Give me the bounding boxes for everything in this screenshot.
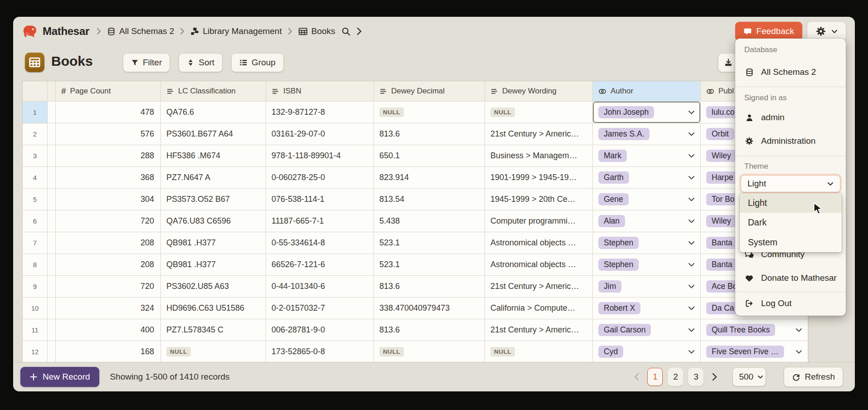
theme-option-dark[interactable]: Dark [740, 213, 842, 232]
cell-lc[interactable]: PS3573.O52 B67 [161, 189, 266, 210]
cell-isbn[interactable]: 11187-665-7-1 [266, 210, 374, 232]
row-number[interactable]: 5 [23, 189, 48, 210]
cell-author[interactable]: Jim [593, 276, 701, 298]
cell-dewey_decimal[interactable]: 813.6 [374, 123, 485, 145]
column-header-isbn[interactable]: ISBN [266, 81, 374, 102]
filter-button[interactable]: Filter [123, 53, 170, 72]
cell-isbn[interactable]: 03161-29-07-0 [266, 123, 374, 145]
cell-page_count[interactable]: 720 [56, 210, 161, 232]
cell-publisher[interactable]: Quill Tree Books [701, 319, 808, 341]
cell-isbn[interactable]: 66526-7-121-6 [266, 254, 374, 276]
breadcrumb-table[interactable]: Books [298, 26, 335, 36]
cell-dewey_decimal[interactable]: NULL [374, 341, 485, 363]
brand[interactable]: Mathesar [22, 24, 89, 39]
cell-page_count[interactable]: 368 [56, 167, 161, 189]
cell-page_count[interactable]: 720 [56, 276, 161, 298]
linked-record-pill[interactable]: Banta [706, 259, 738, 271]
cell-lc[interactable]: PZ7.N647 A [161, 167, 266, 189]
cell-dewey_decimal[interactable]: 813.6 [374, 276, 485, 298]
cell-lc[interactable]: QA76.U83 C6596 [161, 210, 266, 232]
cell-dewey_wording[interactable]: 21st Century > Americ… [485, 276, 593, 298]
cell-lc[interactable]: NULL [161, 341, 266, 363]
cell-author[interactable]: Stephen [593, 232, 701, 254]
cell-isbn[interactable]: 173-52865-0-8 [266, 341, 374, 363]
menu-item-database[interactable]: All Schemas 2 [735, 64, 846, 80]
chevron-left-icon[interactable] [630, 368, 642, 386]
cell-lc[interactable]: HD9696.C63 U51586 [161, 298, 266, 319]
row-number[interactable]: 7 [23, 232, 48, 254]
row-number[interactable]: 6 [23, 210, 48, 232]
linked-record-pill[interactable]: Jim [598, 280, 621, 293]
cell-dewey_wording[interactable]: 21st Century > Americ… [485, 123, 593, 145]
linked-record-pill[interactable]: Cyd [598, 346, 623, 358]
column-header-author[interactable]: Author [593, 81, 701, 102]
linked-record-pill[interactable]: Da Ca [706, 302, 740, 314]
cell-author[interactable]: Gail Carson [593, 319, 701, 341]
cell-isbn[interactable]: 006-28781-9-0 [266, 319, 374, 341]
cell-lc[interactable]: PS3601.B677 A64 [161, 123, 266, 145]
cell-dewey_decimal[interactable]: 813.54 [374, 189, 485, 210]
sort-button[interactable]: Sort [179, 53, 223, 72]
row-number[interactable]: 8 [23, 254, 48, 276]
cell-author[interactable]: James S.A. [593, 123, 701, 145]
cell-author[interactable]: Cyd [593, 341, 701, 363]
feedback-button[interactable]: Feedback [735, 22, 802, 41]
cell-dewey_decimal[interactable]: 5.438 [374, 210, 485, 232]
cell-isbn[interactable]: 0-2-0157032-7 [266, 298, 374, 319]
page-button-1[interactable]: 1 [647, 368, 663, 386]
menu-item-donate[interactable]: Donate to Mathesar [735, 270, 846, 286]
row-number[interactable]: 1 [23, 102, 48, 123]
linked-record-pill[interactable]: Gail Carson [598, 324, 651, 336]
cell-page_count[interactable]: 576 [56, 123, 161, 145]
cell-page_count[interactable]: 208 [56, 254, 161, 276]
cell-dewey_decimal[interactable]: 338.470040979473 [374, 298, 485, 319]
linked-record-pill[interactable]: Garth [598, 171, 629, 184]
row-number[interactable]: 11 [23, 319, 48, 341]
group-button[interactable]: Group [231, 53, 284, 72]
linked-record-pill[interactable]: Gene [598, 193, 629, 205]
linked-record-pill[interactable]: Stephen [598, 259, 639, 271]
linked-record-pill[interactable]: Orbit [706, 128, 734, 140]
cell-dewey_wording[interactable]: Computer programmi… [485, 210, 593, 232]
cell-author[interactable]: Mark [593, 145, 701, 167]
cell-isbn[interactable]: 076-538-114-1 [266, 189, 374, 210]
cell-lc[interactable]: HF5386 .M674 [161, 145, 266, 167]
page-button-3[interactable]: 3 [688, 368, 703, 386]
row-number[interactable]: 3 [23, 145, 48, 167]
cell-dewey_decimal[interactable]: 523.1 [374, 232, 485, 254]
cell-dewey_wording[interactable]: NULL [485, 102, 593, 123]
cell-page_count[interactable]: 478 [56, 102, 161, 123]
linked-record-pill[interactable]: Five Seven Five … [706, 346, 784, 358]
new-record-button[interactable]: New Record [20, 367, 99, 387]
linked-record-pill[interactable]: Quill Tree Books [706, 324, 775, 336]
cell-author[interactable]: Robert X [593, 298, 701, 319]
linked-record-pill[interactable]: Harpe [706, 171, 739, 184]
cell-dewey_decimal[interactable]: NULL [374, 102, 485, 123]
chevron-right-icon[interactable] [708, 368, 720, 386]
cell-isbn[interactable]: 0-55-334614-8 [266, 232, 374, 254]
cell-page_count[interactable]: 168 [56, 341, 161, 363]
cell-dewey_decimal[interactable]: 823.914 [374, 167, 485, 189]
theme-option-system[interactable]: System [740, 233, 842, 252]
cell-dewey_wording[interactable]: California > Compute… [485, 298, 593, 319]
linked-record-pill[interactable]: Wiley [706, 150, 737, 162]
cell-lc[interactable]: PZ7.L578345 C [161, 319, 266, 341]
row-number[interactable]: 12 [23, 341, 48, 363]
linked-record-pill[interactable]: Robert X [598, 302, 640, 314]
cell-page_count[interactable]: 304 [56, 189, 161, 210]
cell-dewey_wording[interactable]: Business > Managem… [485, 145, 593, 167]
cell-dewey_decimal[interactable]: 523.1 [374, 254, 485, 276]
row-number[interactable]: 4 [23, 167, 48, 189]
cell-publisher[interactable]: Five Seven Five … [701, 341, 808, 363]
search-icon[interactable] [341, 27, 351, 36]
cell-dewey_wording[interactable]: 1945-1999 > 20th Ce… [485, 189, 593, 210]
column-header-dewey-decimal[interactable]: Dewey Decimal [374, 81, 485, 102]
page-size-select[interactable]: 500 [732, 367, 766, 386]
cell-lc[interactable]: QA76.6 [161, 102, 266, 123]
cell-lc[interactable]: PS3602.U85 A63 [161, 276, 266, 298]
linked-record-pill[interactable]: Mark [598, 150, 627, 162]
column-header-lc-classification[interactable]: LC Classification [161, 81, 266, 102]
row-number[interactable]: 10 [23, 298, 48, 319]
row-number[interactable]: 9 [23, 276, 48, 298]
cell-isbn[interactable]: 0-060278-25-0 [266, 167, 374, 189]
